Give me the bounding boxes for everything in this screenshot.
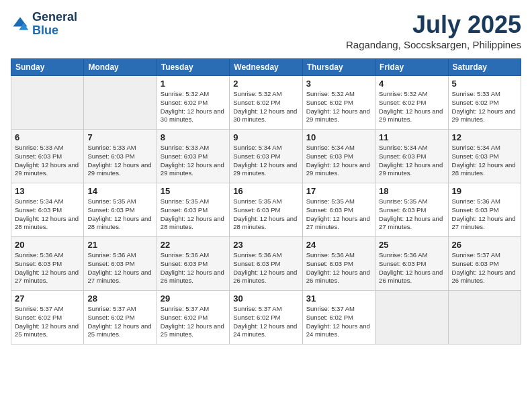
day-info: Sunrise: 5:36 AMSunset: 6:03 PMDaylight:… [15,251,80,285]
day-number: 30 [233,293,298,304]
calendar-cell: 1Sunrise: 5:32 AMSunset: 6:02 PMDaylight… [157,76,229,130]
day-info: Sunrise: 5:34 AMSunset: 6:03 PMDaylight:… [452,144,517,178]
day-number: 17 [306,186,371,196]
day-info: Sunrise: 5:32 AMSunset: 6:02 PMDaylight:… [379,90,444,124]
day-info: Sunrise: 5:32 AMSunset: 6:02 PMDaylight:… [233,90,298,124]
day-number: 1 [161,79,226,89]
logo-text-general: General [32,11,77,24]
day-info: Sunrise: 5:37 AMSunset: 6:02 PMDaylight:… [87,305,152,339]
calendar-week-4: 20Sunrise: 5:36 AMSunset: 6:03 PMDayligh… [11,237,521,291]
calendar-table: SundayMondayTuesdayWednesdayThursdayFrid… [11,58,521,345]
day-info: Sunrise: 5:34 AMSunset: 6:03 PMDaylight:… [233,144,298,178]
day-number: 14 [87,186,152,196]
day-number: 7 [87,132,152,142]
calendar-cell: 3Sunrise: 5:32 AMSunset: 6:02 PMDaylight… [302,76,375,130]
day-number: 23 [233,240,298,250]
day-info: Sunrise: 5:34 AMSunset: 6:03 PMDaylight:… [15,197,80,232]
weekday-header-saturday: Saturday [448,59,521,76]
day-info: Sunrise: 5:37 AMSunset: 6:02 PMDaylight:… [161,305,226,339]
calendar-cell: 25Sunrise: 5:36 AMSunset: 6:03 PMDayligh… [375,237,448,291]
weekday-header-sunday: Sunday [11,59,84,76]
day-number: 29 [161,293,226,304]
day-info: Sunrise: 5:34 AMSunset: 6:03 PMDaylight:… [306,144,371,178]
day-info: Sunrise: 5:36 AMSunset: 6:03 PMDaylight:… [452,197,517,232]
day-info: Sunrise: 5:36 AMSunset: 6:03 PMDaylight:… [306,251,371,285]
day-info: Sunrise: 5:36 AMSunset: 6:03 PMDaylight:… [87,251,152,285]
title-area: July 2025 Ragandang, Soccsksargen, Phili… [346,11,521,50]
day-number: 10 [306,132,371,142]
day-info: Sunrise: 5:33 AMSunset: 6:03 PMDaylight:… [161,144,226,178]
calendar-cell: 11Sunrise: 5:34 AMSunset: 6:03 PMDayligh… [375,130,448,183]
logo: General Blue [11,11,77,38]
day-number: 28 [87,293,152,304]
calendar-cell [84,76,157,130]
day-number: 20 [15,240,80,250]
calendar-cell: 5Sunrise: 5:33 AMSunset: 6:02 PMDaylight… [448,76,521,130]
day-number: 25 [379,240,444,250]
calendar-cell: 18Sunrise: 5:35 AMSunset: 6:03 PMDayligh… [375,183,448,237]
month-title: July 2025 [346,11,521,39]
day-number: 3 [306,79,371,89]
calendar-cell: 12Sunrise: 5:34 AMSunset: 6:03 PMDayligh… [448,130,521,183]
logo-icon [11,15,30,34]
calendar-cell: 26Sunrise: 5:37 AMSunset: 6:03 PMDayligh… [448,237,521,291]
day-info: Sunrise: 5:37 AMSunset: 6:02 PMDaylight:… [15,305,80,339]
calendar-cell: 9Sunrise: 5:34 AMSunset: 6:03 PMDaylight… [230,130,302,183]
calendar-cell: 4Sunrise: 5:32 AMSunset: 6:02 PMDaylight… [375,76,448,130]
weekday-header-wednesday: Wednesday [230,59,302,76]
day-number: 4 [379,79,444,89]
page-header: General Blue July 2025 Ragandang, Soccsk… [11,11,521,50]
day-info: Sunrise: 5:36 AMSunset: 6:03 PMDaylight:… [233,251,298,285]
calendar-cell: 22Sunrise: 5:36 AMSunset: 6:03 PMDayligh… [157,237,229,291]
calendar-week-1: 1Sunrise: 5:32 AMSunset: 6:02 PMDaylight… [11,76,521,130]
day-info: Sunrise: 5:37 AMSunset: 6:02 PMDaylight:… [306,305,371,339]
calendar-cell: 29Sunrise: 5:37 AMSunset: 6:02 PMDayligh… [157,291,229,345]
day-number: 2 [233,79,298,89]
day-info: Sunrise: 5:35 AMSunset: 6:03 PMDaylight:… [233,197,298,232]
calendar-cell: 23Sunrise: 5:36 AMSunset: 6:03 PMDayligh… [230,237,302,291]
day-number: 26 [452,240,517,250]
day-info: Sunrise: 5:35 AMSunset: 6:03 PMDaylight:… [379,197,444,232]
weekday-header-tuesday: Tuesday [157,59,229,76]
day-number: 15 [161,186,226,196]
day-number: 24 [306,240,371,250]
calendar-cell: 8Sunrise: 5:33 AMSunset: 6:03 PMDaylight… [157,130,229,183]
day-number: 13 [15,186,80,196]
weekday-header-thursday: Thursday [302,59,375,76]
day-number: 8 [161,132,226,142]
day-info: Sunrise: 5:33 AMSunset: 6:03 PMDaylight:… [15,144,80,178]
day-number: 5 [452,79,517,89]
day-number: 18 [379,186,444,196]
day-info: Sunrise: 5:35 AMSunset: 6:03 PMDaylight:… [306,197,371,232]
day-number: 31 [306,293,371,304]
day-number: 6 [15,132,80,142]
day-info: Sunrise: 5:37 AMSunset: 6:03 PMDaylight:… [452,251,517,285]
day-number: 19 [452,186,517,196]
calendar-cell: 10Sunrise: 5:34 AMSunset: 6:03 PMDayligh… [302,130,375,183]
day-number: 16 [233,186,298,196]
weekday-header-friday: Friday [375,59,448,76]
day-info: Sunrise: 5:37 AMSunset: 6:02 PMDaylight:… [233,305,298,339]
calendar-cell: 14Sunrise: 5:35 AMSunset: 6:03 PMDayligh… [84,183,157,237]
day-number: 27 [15,293,80,304]
calendar-cell: 30Sunrise: 5:37 AMSunset: 6:02 PMDayligh… [230,291,302,345]
calendar-cell: 6Sunrise: 5:33 AMSunset: 6:03 PMDaylight… [11,130,84,183]
calendar-week-5: 27Sunrise: 5:37 AMSunset: 6:02 PMDayligh… [11,291,521,345]
weekday-header-monday: Monday [84,59,157,76]
calendar-cell [11,76,84,130]
location-title: Ragandang, Soccsksargen, Philippines [346,39,521,50]
day-info: Sunrise: 5:32 AMSunset: 6:02 PMDaylight:… [161,90,226,124]
calendar-cell: 28Sunrise: 5:37 AMSunset: 6:02 PMDayligh… [84,291,157,345]
calendar-cell: 2Sunrise: 5:32 AMSunset: 6:02 PMDaylight… [230,76,302,130]
calendar-cell: 16Sunrise: 5:35 AMSunset: 6:03 PMDayligh… [230,183,302,237]
calendar-week-3: 13Sunrise: 5:34 AMSunset: 6:03 PMDayligh… [11,183,521,237]
day-number: 11 [379,132,444,142]
calendar-cell: 13Sunrise: 5:34 AMSunset: 6:03 PMDayligh… [11,183,84,237]
calendar-cell [375,291,448,345]
calendar-cell: 20Sunrise: 5:36 AMSunset: 6:03 PMDayligh… [11,237,84,291]
calendar-cell: 19Sunrise: 5:36 AMSunset: 6:03 PMDayligh… [448,183,521,237]
calendar-cell: 24Sunrise: 5:36 AMSunset: 6:03 PMDayligh… [302,237,375,291]
logo-text-blue: Blue [32,24,77,38]
calendar-cell: 27Sunrise: 5:37 AMSunset: 6:02 PMDayligh… [11,291,84,345]
day-info: Sunrise: 5:33 AMSunset: 6:03 PMDaylight:… [87,144,152,178]
